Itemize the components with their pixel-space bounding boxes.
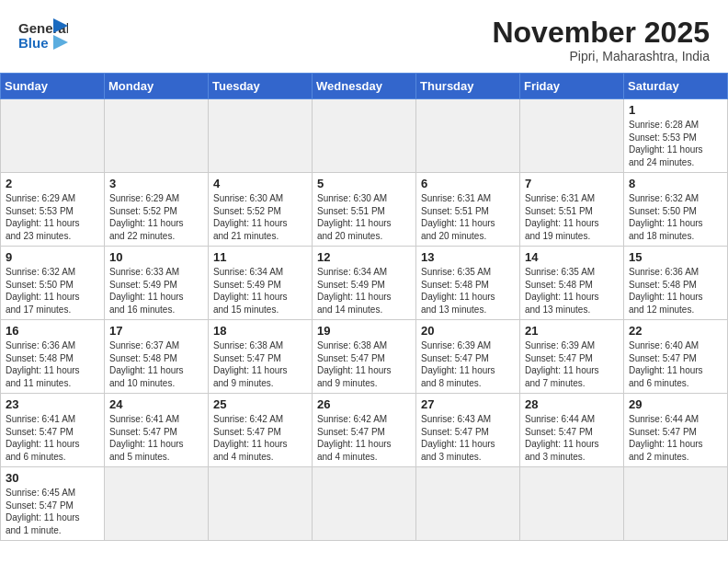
calendar-cell: 13Sunrise: 6:35 AM Sunset: 5:48 PM Dayli…: [416, 247, 520, 320]
day-info: Sunrise: 6:35 AM Sunset: 5:48 PM Dayligh…: [421, 266, 515, 316]
day-number: 25: [213, 397, 307, 411]
header: General Blue November 2025 Pipri, Mahara…: [0, 0, 728, 73]
logo: General Blue: [18, 17, 72, 57]
day-number: 7: [525, 177, 619, 190]
calendar-cell: [313, 467, 416, 541]
day-header-wednesday: Wednesday: [313, 74, 416, 99]
calendar-cell: 15Sunrise: 6:36 AM Sunset: 5:48 PM Dayli…: [624, 247, 728, 320]
day-number: 1: [629, 103, 722, 117]
calendar-cell: [313, 99, 416, 173]
calendar-cell: 8Sunrise: 6:32 AM Sunset: 5:50 PM Daylig…: [624, 173, 728, 247]
calendar-table: SundayMondayTuesdayWednesdayThursdayFrid…: [0, 73, 728, 541]
day-header-sunday: Sunday: [1, 74, 105, 99]
calendar-cell: [1, 99, 105, 173]
day-number: 19: [317, 324, 411, 338]
day-header-friday: Friday: [520, 74, 624, 99]
day-info: Sunrise: 6:31 AM Sunset: 5:51 PM Dayligh…: [525, 192, 619, 242]
month-title: November 2025: [492, 17, 710, 49]
calendar-cell: 1Sunrise: 6:28 AM Sunset: 5:53 PM Daylig…: [624, 99, 728, 173]
calendar-week-row: 2Sunrise: 6:29 AM Sunset: 5:53 PM Daylig…: [1, 173, 728, 247]
day-info: Sunrise: 6:36 AM Sunset: 5:48 PM Dayligh…: [6, 339, 99, 389]
day-number: 12: [317, 250, 411, 264]
day-info: Sunrise: 6:45 AM Sunset: 5:47 PM Dayligh…: [6, 487, 99, 536]
calendar-cell: 10Sunrise: 6:33 AM Sunset: 5:49 PM Dayli…: [105, 247, 209, 320]
calendar-cell: 18Sunrise: 6:38 AM Sunset: 5:47 PM Dayli…: [209, 320, 313, 394]
calendar-week-row: 16Sunrise: 6:36 AM Sunset: 5:48 PM Dayli…: [1, 320, 728, 394]
day-number: 6: [421, 177, 515, 190]
day-number: 22: [629, 324, 722, 338]
day-info: Sunrise: 6:32 AM Sunset: 5:50 PM Dayligh…: [6, 266, 99, 316]
calendar-cell: 3Sunrise: 6:29 AM Sunset: 5:52 PM Daylig…: [105, 173, 209, 247]
day-info: Sunrise: 6:41 AM Sunset: 5:47 PM Dayligh…: [6, 413, 99, 463]
day-info: Sunrise: 6:42 AM Sunset: 5:47 PM Dayligh…: [317, 413, 411, 463]
calendar-cell: [105, 467, 209, 541]
calendar-cell: [520, 99, 624, 173]
day-number: 30: [6, 471, 99, 485]
calendar-cell: [209, 467, 313, 541]
day-info: Sunrise: 6:37 AM Sunset: 5:48 PM Dayligh…: [109, 339, 203, 389]
calendar-cell: [416, 99, 520, 173]
calendar-cell: 25Sunrise: 6:42 AM Sunset: 5:47 PM Dayli…: [209, 394, 313, 467]
day-number: 24: [109, 397, 203, 411]
calendar-cell: 17Sunrise: 6:37 AM Sunset: 5:48 PM Dayli…: [105, 320, 209, 394]
day-info: Sunrise: 6:28 AM Sunset: 5:53 PM Dayligh…: [629, 119, 722, 168]
day-info: Sunrise: 6:39 AM Sunset: 5:47 PM Dayligh…: [525, 339, 619, 389]
calendar-header-row: SundayMondayTuesdayWednesdayThursdayFrid…: [1, 74, 728, 99]
day-number: 27: [421, 397, 515, 411]
calendar-cell: 30Sunrise: 6:45 AM Sunset: 5:47 PM Dayli…: [1, 467, 105, 541]
calendar-cell: 7Sunrise: 6:31 AM Sunset: 5:51 PM Daylig…: [520, 173, 624, 247]
day-info: Sunrise: 6:30 AM Sunset: 5:51 PM Dayligh…: [317, 192, 411, 242]
day-number: 3: [109, 177, 203, 190]
day-header-thursday: Thursday: [416, 74, 520, 99]
calendar-cell: [209, 99, 313, 173]
calendar-cell: 4Sunrise: 6:30 AM Sunset: 5:52 PM Daylig…: [209, 173, 313, 247]
day-info: Sunrise: 6:34 AM Sunset: 5:49 PM Dayligh…: [317, 266, 411, 316]
calendar-week-row: 1Sunrise: 6:28 AM Sunset: 5:53 PM Daylig…: [1, 99, 728, 173]
day-header-tuesday: Tuesday: [209, 74, 313, 99]
day-info: Sunrise: 6:41 AM Sunset: 5:47 PM Dayligh…: [109, 413, 203, 463]
calendar-cell: 9Sunrise: 6:32 AM Sunset: 5:50 PM Daylig…: [1, 247, 105, 320]
calendar-cell: 27Sunrise: 6:43 AM Sunset: 5:47 PM Dayli…: [416, 394, 520, 467]
day-header-saturday: Saturday: [624, 74, 728, 99]
calendar-cell: 16Sunrise: 6:36 AM Sunset: 5:48 PM Dayli…: [1, 320, 105, 394]
title-block: November 2025 Pipri, Maharashtra, India: [492, 17, 710, 63]
day-info: Sunrise: 6:38 AM Sunset: 5:47 PM Dayligh…: [317, 339, 411, 389]
day-info: Sunrise: 6:39 AM Sunset: 5:47 PM Dayligh…: [421, 339, 515, 389]
day-info: Sunrise: 6:35 AM Sunset: 5:48 PM Dayligh…: [525, 266, 619, 316]
calendar-cell: 2Sunrise: 6:29 AM Sunset: 5:53 PM Daylig…: [1, 173, 105, 247]
calendar-cell: [624, 467, 728, 541]
location-subtitle: Pipri, Maharashtra, India: [492, 49, 710, 63]
day-number: 23: [6, 397, 99, 411]
calendar-cell: [520, 467, 624, 541]
calendar-cell: 12Sunrise: 6:34 AM Sunset: 5:49 PM Dayli…: [313, 247, 416, 320]
day-info: Sunrise: 6:34 AM Sunset: 5:49 PM Dayligh…: [213, 266, 307, 316]
day-number: 21: [525, 324, 619, 338]
day-number: 4: [213, 177, 307, 190]
calendar-cell: 26Sunrise: 6:42 AM Sunset: 5:47 PM Dayli…: [313, 394, 416, 467]
day-number: 8: [629, 177, 722, 190]
calendar-cell: 24Sunrise: 6:41 AM Sunset: 5:47 PM Dayli…: [105, 394, 209, 467]
calendar-cell: 11Sunrise: 6:34 AM Sunset: 5:49 PM Dayli…: [209, 247, 313, 320]
calendar-cell: 20Sunrise: 6:39 AM Sunset: 5:47 PM Dayli…: [416, 320, 520, 394]
calendar-week-row: 23Sunrise: 6:41 AM Sunset: 5:47 PM Dayli…: [1, 394, 728, 467]
day-info: Sunrise: 6:44 AM Sunset: 5:47 PM Dayligh…: [629, 413, 722, 463]
calendar-cell: 5Sunrise: 6:30 AM Sunset: 5:51 PM Daylig…: [313, 173, 416, 247]
day-number: 26: [317, 397, 411, 411]
day-number: 9: [6, 250, 99, 264]
day-header-monday: Monday: [105, 74, 209, 99]
calendar-week-row: 30Sunrise: 6:45 AM Sunset: 5:47 PM Dayli…: [1, 467, 728, 541]
day-info: Sunrise: 6:44 AM Sunset: 5:47 PM Dayligh…: [525, 413, 619, 463]
day-info: Sunrise: 6:33 AM Sunset: 5:49 PM Dayligh…: [109, 266, 203, 316]
calendar-cell: 19Sunrise: 6:38 AM Sunset: 5:47 PM Dayli…: [313, 320, 416, 394]
day-info: Sunrise: 6:30 AM Sunset: 5:52 PM Dayligh…: [213, 192, 307, 242]
calendar-cell: 22Sunrise: 6:40 AM Sunset: 5:47 PM Dayli…: [624, 320, 728, 394]
day-info: Sunrise: 6:38 AM Sunset: 5:47 PM Dayligh…: [213, 339, 307, 389]
day-info: Sunrise: 6:36 AM Sunset: 5:48 PM Dayligh…: [629, 266, 722, 316]
calendar-cell: [416, 467, 520, 541]
calendar-cell: 14Sunrise: 6:35 AM Sunset: 5:48 PM Dayli…: [520, 247, 624, 320]
day-number: 2: [6, 177, 99, 190]
day-info: Sunrise: 6:31 AM Sunset: 5:51 PM Dayligh…: [421, 192, 515, 242]
calendar-cell: 29Sunrise: 6:44 AM Sunset: 5:47 PM Dayli…: [624, 394, 728, 467]
calendar-week-row: 9Sunrise: 6:32 AM Sunset: 5:50 PM Daylig…: [1, 247, 728, 320]
day-number: 18: [213, 324, 307, 338]
